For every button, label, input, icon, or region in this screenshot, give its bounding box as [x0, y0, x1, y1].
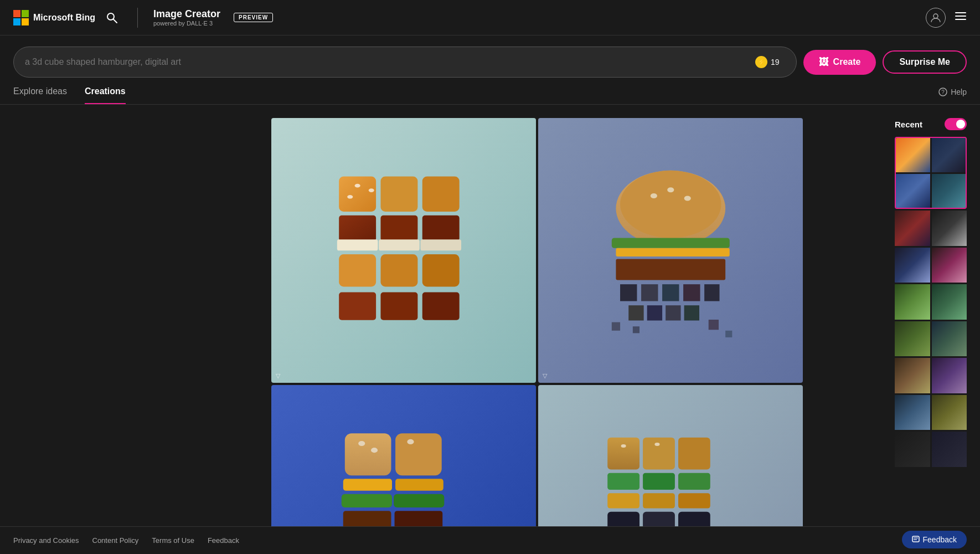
thumbnail-pink[interactable] [932, 248, 967, 283]
svg-rect-58 [341, 494, 391, 507]
thumbnail-dark-2[interactable] [932, 432, 967, 467]
feedback-button[interactable]: Feedback [902, 531, 967, 548]
svg-rect-19 [380, 215, 417, 241]
thumbnail-burger-4[interactable] [932, 174, 966, 208]
svg-point-6 [933, 14, 938, 18]
svg-text:?: ? [941, 89, 945, 95]
image-cell-2[interactable]: ▽ [538, 118, 803, 383]
thumbnail-house-3[interactable] [895, 321, 930, 357]
svg-rect-75 [643, 493, 675, 508]
thumbnail-circle[interactable] [932, 211, 967, 246]
svg-rect-3 [22, 18, 29, 25]
surprise-me-button[interactable]: Surprise Me [883, 50, 967, 74]
search-input[interactable]: a 3d cube shaped hamburger, digital art [25, 57, 743, 67]
help-button[interactable]: ? Help [938, 88, 967, 103]
image-creator-main-title: Image Creator [153, 8, 220, 20]
create-label: Create [833, 57, 861, 67]
thumbnail-burger-3[interactable] [896, 174, 930, 208]
thumbnail-burger-2[interactable] [932, 138, 966, 172]
image-grid: ▽ [271, 118, 803, 554]
watermark-2: ▽ [543, 372, 547, 379]
burger-image-2 [578, 158, 764, 343]
search-bar-container: a 3d cube shaped hamburger, digital art … [0, 35, 980, 78]
thumbnail-house-4[interactable] [932, 321, 967, 357]
svg-rect-47 [612, 322, 620, 330]
tab-creations[interactable]: Creations [85, 86, 126, 104]
sidebar: Recent [895, 118, 967, 554]
svg-rect-72 [643, 473, 675, 489]
bing-logo[interactable]: Microsoft Bing [13, 10, 95, 25]
recent-toggle[interactable] [945, 118, 967, 130]
svg-point-34 [684, 196, 690, 201]
svg-rect-41 [683, 284, 700, 301]
create-icon: 🖼 [819, 57, 829, 68]
svg-rect-25 [380, 254, 417, 287]
recent-label: Recent [895, 120, 922, 129]
content-policy-link[interactable]: Content Policy [92, 536, 139, 545]
svg-rect-67 [643, 438, 675, 470]
svg-rect-18 [339, 215, 376, 241]
thumbnail-light[interactable] [895, 248, 930, 283]
svg-rect-36 [616, 248, 729, 256]
burger-image-1 [311, 158, 497, 343]
svg-point-53 [358, 441, 365, 446]
thumbnail-fantasy-2[interactable] [932, 358, 967, 393]
profile-icon[interactable] [926, 8, 946, 28]
feedback-icon [912, 536, 920, 543]
thumbnail-row-4 [895, 284, 967, 320]
sidebar-header: Recent [895, 118, 967, 130]
svg-rect-28 [380, 292, 417, 320]
help-circle-icon: ? [938, 88, 947, 96]
svg-rect-68 [678, 438, 710, 470]
footer-feedback-link[interactable]: Feedback [208, 536, 239, 545]
svg-rect-37 [616, 259, 725, 280]
thumbnail-grid-1 [896, 138, 966, 208]
tab-explore-ideas[interactable]: Explore ideas [13, 86, 67, 104]
privacy-cookies-link[interactable]: Privacy and Cookies [13, 536, 79, 545]
header-search-icon[interactable] [102, 8, 122, 28]
thumbnail-fantasy-4[interactable] [932, 395, 967, 430]
svg-point-16 [368, 188, 374, 192]
svg-rect-76 [678, 493, 710, 508]
thumbnail-fantasy-3[interactable] [895, 395, 930, 430]
thumbnail-row-8 [895, 432, 967, 467]
svg-rect-24 [339, 254, 376, 287]
svg-line-5 [114, 19, 117, 23]
thumbnail-flower[interactable] [895, 211, 930, 246]
thumbnail-row-2 [895, 211, 967, 246]
svg-rect-14 [422, 176, 459, 212]
svg-rect-38 [620, 284, 637, 301]
svg-point-54 [371, 448, 378, 453]
tabs: Explore ideas Creations [13, 86, 126, 104]
svg-point-33 [667, 187, 674, 192]
svg-rect-44 [647, 305, 662, 320]
svg-rect-73 [678, 473, 710, 489]
boost-count: 19 [771, 58, 780, 66]
terms-of-use-link[interactable]: Terms of Use [152, 536, 194, 545]
svg-rect-57 [395, 479, 443, 490]
thumbnail-group-selected[interactable] [895, 137, 967, 209]
svg-point-70 [654, 443, 659, 446]
svg-rect-50 [725, 330, 732, 337]
header-divider [137, 8, 138, 28]
svg-rect-59 [394, 494, 444, 507]
svg-point-4 [107, 13, 114, 20]
thumbnail-burger-1[interactable] [896, 138, 930, 172]
create-button[interactable]: 🖼 Create [803, 50, 876, 75]
svg-rect-12 [339, 176, 376, 212]
svg-point-32 [650, 193, 657, 198]
search-bar[interactable]: a 3d cube shaped hamburger, digital art … [13, 47, 797, 78]
main-content: ▽ [0, 105, 980, 554]
svg-rect-45 [666, 305, 680, 320]
thumbnail-house-2[interactable] [932, 284, 967, 320]
svg-rect-29 [422, 292, 459, 320]
thumbnail-fantasy-1[interactable] [895, 358, 930, 393]
image-inner-2: ▽ [538, 118, 803, 383]
thumbnail-house-1[interactable] [895, 284, 930, 320]
image-cell-1[interactable]: ▽ [271, 118, 536, 383]
header-right [926, 8, 967, 28]
thumbnail-dark-1[interactable] [895, 432, 930, 467]
hamburger-menu-icon[interactable] [955, 10, 967, 25]
svg-rect-74 [607, 493, 639, 508]
svg-point-69 [621, 444, 626, 448]
